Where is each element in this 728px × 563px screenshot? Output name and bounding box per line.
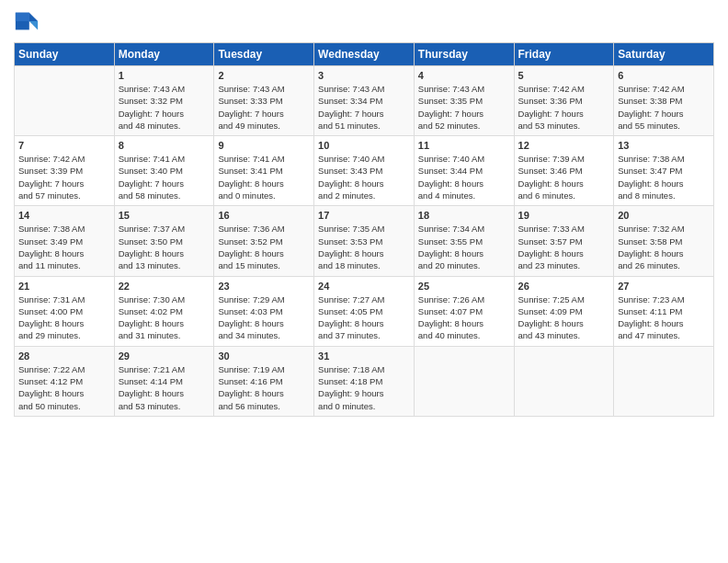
cell-content: Sunrise: 7:19 AM Sunset: 4:16 PM Dayligh… [218,363,310,412]
cell-content: Sunrise: 7:43 AM Sunset: 3:34 PM Dayligh… [318,83,410,132]
day-number: 28 [18,350,110,362]
cell-content: Sunrise: 7:40 AM Sunset: 3:43 PM Dayligh… [318,153,410,201]
cell-content: Sunrise: 7:30 AM Sunset: 4:02 PM Dayligh… [119,293,210,342]
cell-3-2: 23Sunrise: 7:29 AM Sunset: 4:03 PM Dayli… [214,276,314,346]
page: SundayMondayTuesdayWednesdayThursdayFrid… [0,0,728,563]
cell-4-2: 30Sunrise: 7:19 AM Sunset: 4:16 PM Dayli… [214,346,314,416]
cell-0-5: 5Sunrise: 7:42 AM Sunset: 3:36 PM Daylig… [514,66,614,136]
header-day-saturday: Saturday [614,43,714,66]
svg-marker-1 [29,21,38,29]
cell-content: Sunrise: 7:43 AM Sunset: 3:32 PM Dayligh… [119,83,210,132]
cell-2-3: 17Sunrise: 7:35 AM Sunset: 3:53 PM Dayli… [314,206,415,276]
day-number: 29 [119,350,210,362]
cell-0-0 [15,66,115,136]
week-row-1: 7Sunrise: 7:42 AM Sunset: 3:39 PM Daylig… [15,136,714,206]
header-day-tuesday: Tuesday [214,43,314,66]
day-number: 1 [119,70,210,81]
day-number: 22 [119,281,210,292]
day-number: 27 [618,281,710,292]
cell-4-4 [414,346,514,416]
day-number: 23 [218,281,310,292]
day-number: 30 [218,350,310,362]
cell-2-2: 16Sunrise: 7:36 AM Sunset: 3:52 PM Dayli… [214,206,314,276]
day-number: 20 [618,210,710,221]
header-row: SundayMondayTuesdayWednesdayThursdayFrid… [15,43,714,66]
cell-content: Sunrise: 7:27 AM Sunset: 4:05 PM Dayligh… [318,293,410,342]
day-number: 25 [418,281,510,292]
cell-content: Sunrise: 7:35 AM Sunset: 3:53 PM Dayligh… [318,223,410,271]
cell-1-2: 9Sunrise: 7:41 AM Sunset: 3:41 PM Daylig… [214,136,314,206]
cell-content: Sunrise: 7:42 AM Sunset: 3:38 PM Dayligh… [618,83,710,132]
day-number: 11 [418,140,510,151]
cell-3-6: 27Sunrise: 7:23 AM Sunset: 4:11 PM Dayli… [614,276,714,346]
cell-1-1: 8Sunrise: 7:41 AM Sunset: 3:40 PM Daylig… [114,136,214,206]
cell-content: Sunrise: 7:34 AM Sunset: 3:55 PM Dayligh… [418,223,510,271]
day-number: 17 [318,210,410,221]
day-number: 31 [318,350,410,362]
cell-1-4: 11Sunrise: 7:40 AM Sunset: 3:44 PM Dayli… [414,136,514,206]
calendar-table: SundayMondayTuesdayWednesdayThursdayFrid… [14,42,714,417]
cell-content: Sunrise: 7:42 AM Sunset: 3:36 PM Dayligh… [518,83,610,132]
cell-content: Sunrise: 7:41 AM Sunset: 3:40 PM Dayligh… [119,153,210,201]
cell-2-0: 14Sunrise: 7:38 AM Sunset: 3:49 PM Dayli… [15,206,115,276]
day-number: 12 [518,140,610,151]
day-number: 7 [18,140,110,151]
cell-content: Sunrise: 7:33 AM Sunset: 3:57 PM Dayligh… [518,223,610,271]
cell-3-0: 21Sunrise: 7:31 AM Sunset: 4:00 PM Dayli… [15,276,115,346]
cell-content: Sunrise: 7:43 AM Sunset: 3:33 PM Dayligh… [218,83,310,132]
cell-content: Sunrise: 7:42 AM Sunset: 3:39 PM Dayligh… [18,153,110,201]
cell-0-3: 3Sunrise: 7:43 AM Sunset: 3:34 PM Daylig… [314,66,415,136]
day-number: 4 [418,70,510,81]
header-day-thursday: Thursday [414,43,514,66]
cell-content: Sunrise: 7:43 AM Sunset: 3:35 PM Dayligh… [418,83,510,132]
day-number: 19 [518,210,610,221]
svg-rect-3 [16,13,29,21]
cell-2-1: 15Sunrise: 7:37 AM Sunset: 3:50 PM Dayli… [114,206,214,276]
cell-4-0: 28Sunrise: 7:22 AM Sunset: 4:12 PM Dayli… [15,346,115,416]
cell-0-1: 1Sunrise: 7:43 AM Sunset: 3:32 PM Daylig… [114,66,214,136]
cell-0-6: 6Sunrise: 7:42 AM Sunset: 3:38 PM Daylig… [614,66,714,136]
cell-content: Sunrise: 7:18 AM Sunset: 4:18 PM Dayligh… [318,363,410,412]
day-number: 15 [119,210,210,221]
day-number: 3 [318,70,410,81]
cell-content: Sunrise: 7:32 AM Sunset: 3:58 PM Dayligh… [618,223,710,271]
cell-4-3: 31Sunrise: 7:18 AM Sunset: 4:18 PM Dayli… [314,346,415,416]
cell-2-4: 18Sunrise: 7:34 AM Sunset: 3:55 PM Dayli… [414,206,514,276]
header [14,9,714,35]
cell-content: Sunrise: 7:37 AM Sunset: 3:50 PM Dayligh… [119,223,210,271]
cell-1-6: 13Sunrise: 7:38 AM Sunset: 3:47 PM Dayli… [614,136,714,206]
cell-content: Sunrise: 7:22 AM Sunset: 4:12 PM Dayligh… [18,363,110,412]
header-day-monday: Monday [114,43,214,66]
cell-1-5: 12Sunrise: 7:39 AM Sunset: 3:46 PM Dayli… [514,136,614,206]
logo-icon [14,9,40,35]
cell-2-6: 20Sunrise: 7:32 AM Sunset: 3:58 PM Dayli… [614,206,714,276]
day-number: 13 [618,140,710,151]
cell-2-5: 19Sunrise: 7:33 AM Sunset: 3:57 PM Dayli… [514,206,614,276]
day-number: 14 [18,210,110,221]
cell-3-1: 22Sunrise: 7:30 AM Sunset: 4:02 PM Dayli… [114,276,214,346]
day-number: 6 [618,70,710,81]
cell-3-3: 24Sunrise: 7:27 AM Sunset: 4:05 PM Dayli… [314,276,415,346]
day-number: 24 [318,281,410,292]
week-row-4: 28Sunrise: 7:22 AM Sunset: 4:12 PM Dayli… [15,346,714,416]
cell-0-2: 2Sunrise: 7:43 AM Sunset: 3:33 PM Daylig… [214,66,314,136]
cell-content: Sunrise: 7:36 AM Sunset: 3:52 PM Dayligh… [218,223,310,271]
cell-content: Sunrise: 7:38 AM Sunset: 3:49 PM Dayligh… [18,223,110,271]
header-day-wednesday: Wednesday [314,43,415,66]
cell-3-5: 26Sunrise: 7:25 AM Sunset: 4:09 PM Dayli… [514,276,614,346]
cell-content: Sunrise: 7:23 AM Sunset: 4:11 PM Dayligh… [618,293,710,342]
logo [14,9,43,35]
cell-1-3: 10Sunrise: 7:40 AM Sunset: 3:43 PM Dayli… [314,136,415,206]
cell-4-5 [514,346,614,416]
cell-content: Sunrise: 7:26 AM Sunset: 4:07 PM Dayligh… [418,293,510,342]
header-day-friday: Friday [514,43,614,66]
cell-0-4: 4Sunrise: 7:43 AM Sunset: 3:35 PM Daylig… [414,66,514,136]
header-day-sunday: Sunday [15,43,115,66]
day-number: 21 [18,281,110,292]
day-number: 5 [518,70,610,81]
day-number: 8 [119,140,210,151]
cell-content: Sunrise: 7:38 AM Sunset: 3:47 PM Dayligh… [618,153,710,201]
day-number: 16 [218,210,310,221]
svg-marker-0 [29,13,38,21]
day-number: 26 [518,281,610,292]
